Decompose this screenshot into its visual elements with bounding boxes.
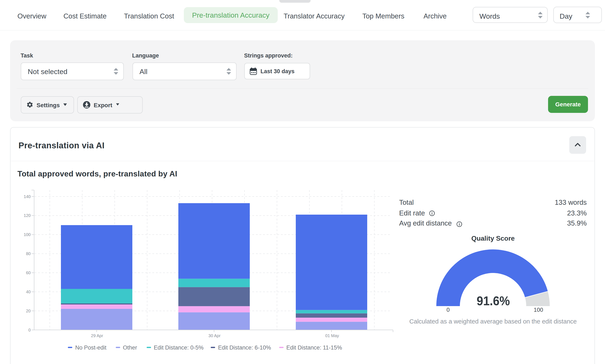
svg-text:120: 120 bbox=[24, 213, 31, 218]
svg-text:01 May: 01 May bbox=[325, 333, 339, 338]
svg-text:20: 20 bbox=[26, 309, 31, 313]
svg-text:30 Apr: 30 Apr bbox=[208, 333, 220, 338]
svg-text:Other: Other bbox=[123, 344, 137, 351]
svg-text:Edit Distance: 11-15%: Edit Distance: 11-15% bbox=[286, 344, 342, 351]
svg-text:40: 40 bbox=[26, 289, 31, 294]
svg-text:Edit Distance: 0-5%: Edit Distance: 0-5% bbox=[154, 344, 204, 351]
svg-text:No Post-edit: No Post-edit bbox=[75, 344, 107, 351]
svg-text:100: 100 bbox=[24, 232, 31, 237]
svg-text:0: 0 bbox=[28, 328, 31, 332]
svg-text:29 Apr: 29 Apr bbox=[91, 333, 103, 338]
svg-text:Edit Distance: 6-10%: Edit Distance: 6-10% bbox=[218, 344, 271, 351]
svg-text:140: 140 bbox=[24, 194, 31, 199]
svg-text:80: 80 bbox=[26, 251, 31, 256]
svg-text:60: 60 bbox=[26, 271, 31, 275]
